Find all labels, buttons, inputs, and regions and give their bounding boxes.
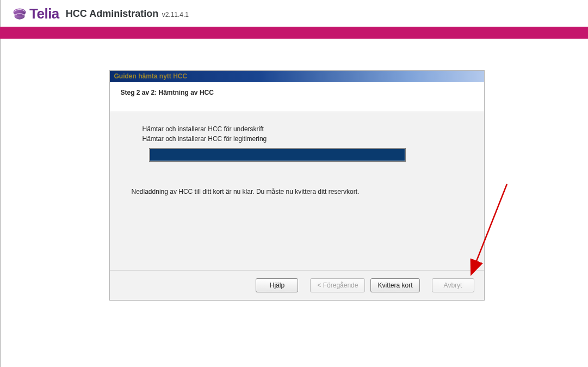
help-button[interactable]: Hjälp [256, 278, 298, 292]
app-version: v2.11.4.1 [162, 11, 189, 19]
progress-bar [149, 148, 406, 162]
wizard-body: Hämtar och installerar HCC för underskri… [110, 112, 484, 270]
wizard-panel: Guiden hämta nytt HCC Steg 2 av 2: Hämtn… [109, 70, 485, 301]
brand-logo: Telia [12, 5, 59, 22]
wizard-button-row: Hjälp < Föregående Kvittera kort Avbryt [110, 270, 484, 300]
brand-name: Telia [29, 5, 59, 22]
status-line-1: Hämtar och installerar HCC för underskri… [143, 125, 451, 133]
cancel-button: Avbryt [432, 278, 474, 292]
telia-swirl-icon [12, 7, 27, 22]
accent-bar [0, 27, 588, 39]
completion-message: Nedladdning av HCC till ditt kort är nu … [132, 188, 451, 195]
confirm-card-button[interactable]: Kvittera kort [370, 278, 419, 292]
progress-bar-fill [150, 149, 405, 161]
wizard-step-header: Steg 2 av 2: Hämtning av HCC [110, 82, 484, 112]
previous-button: < Föregående [310, 278, 365, 292]
wizard-step-title: Steg 2 av 2: Hämtning av HCC [121, 89, 473, 96]
wizard-titlebar: Guiden hämta nytt HCC [110, 71, 484, 82]
app-title-block: HCC Administration v2.11.4.1 [66, 8, 189, 20]
status-line-2: Hämtar och installerar HCC för legitimer… [143, 135, 451, 143]
wizard-titlebar-text: Guiden hämta nytt HCC [114, 72, 188, 80]
app-header: Telia HCC Administration v2.11.4.1 [5, 0, 588, 27]
app-title: HCC Administration [66, 8, 158, 19]
